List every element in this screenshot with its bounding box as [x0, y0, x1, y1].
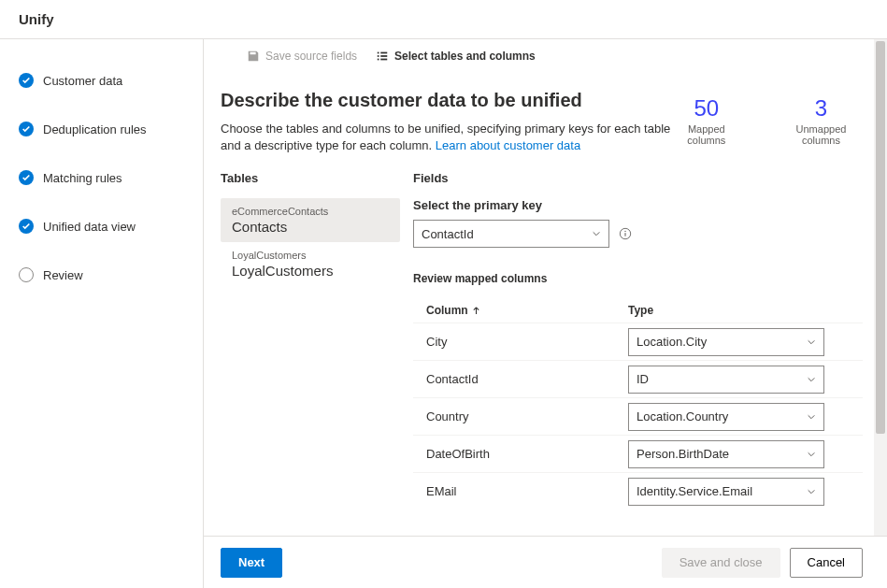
scroll-body: Describe the customer data to be unified…	[204, 73, 887, 536]
wizard-step[interactable]: Matching rules	[19, 170, 203, 185]
column-type-select[interactable]: Location.Country	[628, 403, 824, 431]
chevron-down-icon	[807, 337, 816, 347]
svg-rect-8	[624, 234, 625, 237]
next-button[interactable]: Next	[221, 548, 282, 578]
primary-key-select[interactable]: ContactId	[413, 220, 609, 248]
column-type-value: Location.Country	[637, 409, 728, 423]
column-type-value: Identity.Service.Email	[637, 484, 752, 498]
page-description: Choose the tables and columns to be unif…	[221, 121, 671, 154]
chevron-down-icon	[807, 487, 816, 496]
column-row: CityLocation.City	[413, 323, 863, 360]
svg-point-7	[624, 231, 625, 232]
column-name: ContactId	[426, 372, 628, 386]
tables-column: Tables eCommerceContactsContactsLoyalCus…	[221, 171, 400, 509]
cancel-button[interactable]: Cancel	[790, 548, 863, 578]
tables-fields-area: Tables eCommerceContactsContactsLoyalCus…	[221, 171, 863, 509]
check-circle-icon	[19, 219, 34, 234]
column-name: Country	[426, 409, 628, 423]
stat-mapped-label: Mapped columns	[671, 123, 742, 146]
tab-label: Save source fields	[265, 50, 357, 63]
svg-rect-4	[378, 59, 379, 61]
info-icon[interactable]	[619, 227, 632, 240]
wizard-step[interactable]: Review	[19, 267, 203, 282]
review-mapped-heading: Review mapped columns	[413, 272, 863, 285]
column-type-select[interactable]: Person.BirthDate	[628, 440, 824, 468]
vertical-scrollbar[interactable]	[874, 39, 887, 536]
column-type-select[interactable]: Location.City	[628, 328, 824, 356]
chevron-down-icon	[592, 229, 601, 238]
column-row: ContactIdID	[413, 360, 863, 397]
table-source: eCommerceContacts	[232, 206, 389, 217]
column-type-select[interactable]: Identity.Service.Email	[628, 478, 824, 506]
page-heading: Describe the customer data to be unified	[221, 90, 671, 111]
column-name: EMail	[426, 484, 628, 498]
check-circle-icon	[19, 122, 34, 136]
stat-mapped: 50 Mapped columns	[671, 95, 742, 146]
tab-select-tables-columns[interactable]: Select tables and columns	[376, 50, 536, 63]
stat-mapped-value: 50	[671, 95, 742, 122]
check-circle-icon	[19, 170, 34, 185]
footer-right: Save and close Cancel	[662, 548, 863, 578]
content-area: Save source fields Select tables and col…	[204, 39, 887, 588]
column-row: CountryLocation.Country	[413, 397, 863, 435]
column-row: EMailIdentity.Service.Email	[413, 472, 863, 509]
table-name: LoyalCustomers	[232, 263, 389, 279]
columns-table-header: Column Type	[413, 298, 863, 323]
column-name: DateOfBirth	[426, 447, 628, 461]
svg-rect-1	[380, 52, 387, 54]
main-layout: Customer dataDeduplication rulesMatching…	[0, 39, 887, 588]
save-icon	[247, 50, 260, 63]
table-name: Contacts	[232, 219, 389, 235]
app-header: Unify	[0, 0, 887, 39]
table-source: LoyalCustomers	[232, 250, 389, 261]
type-header[interactable]: Type	[628, 304, 653, 317]
wizard-footer: Next Save and close Cancel	[204, 536, 887, 588]
scrollbar-thumb[interactable]	[876, 41, 885, 434]
wizard-sidebar: Customer dataDeduplication rulesMatching…	[0, 39, 204, 588]
column-type-value: Person.BirthDate	[637, 447, 729, 461]
app-title: Unify	[19, 11, 54, 27]
step-label: Unified data view	[43, 220, 136, 234]
column-type-select[interactable]: ID	[628, 366, 824, 394]
primary-key-row: ContactId	[413, 220, 863, 248]
circle-icon	[19, 267, 34, 282]
step-label: Review	[43, 268, 83, 282]
stat-unmapped-label: Unmapped columns	[780, 123, 863, 146]
svg-rect-2	[378, 55, 379, 57]
svg-rect-0	[378, 52, 379, 54]
table-entry[interactable]: LoyalCustomersLoyalCustomers	[221, 242, 400, 286]
page-heading-block: Describe the customer data to be unified…	[221, 90, 671, 154]
save-and-close-button: Save and close	[662, 548, 780, 578]
primary-key-label: Select the primary key	[413, 198, 863, 212]
table-entry[interactable]: eCommerceContactsContacts	[221, 198, 400, 242]
step-label: Deduplication rules	[43, 122, 147, 136]
stat-unmapped: 3 Unmapped columns	[780, 95, 863, 146]
page-top: Describe the customer data to be unified…	[221, 90, 863, 154]
column-type-value: ID	[637, 372, 649, 386]
tab-save-source-fields[interactable]: Save source fields	[247, 50, 357, 63]
tab-label: Select tables and columns	[394, 50, 536, 63]
check-circle-icon	[19, 73, 34, 88]
chevron-down-icon	[807, 450, 816, 459]
wizard-step[interactable]: Unified data view	[19, 219, 203, 234]
chevron-down-icon	[807, 412, 816, 422]
svg-rect-3	[380, 55, 387, 57]
column-header-text: Column	[426, 304, 468, 317]
step-label: Customer data	[43, 74, 122, 88]
list-icon	[376, 50, 389, 63]
step-label: Matching rules	[43, 171, 122, 185]
fields-heading: Fields	[413, 171, 863, 185]
action-tabbar: Save source fields Select tables and col…	[204, 39, 887, 73]
wizard-step[interactable]: Deduplication rules	[19, 122, 203, 136]
learn-more-link[interactable]: Learn about customer data	[436, 138, 580, 152]
column-name-header[interactable]: Column	[426, 304, 628, 317]
column-stats: 50 Mapped columns 3 Unmapped columns	[671, 95, 863, 146]
tables-heading: Tables	[221, 171, 400, 185]
stat-unmapped-value: 3	[780, 95, 863, 122]
primary-key-value: ContactId	[422, 227, 474, 241]
column-name: City	[426, 335, 628, 349]
column-type-value: Location.City	[637, 335, 707, 349]
wizard-step[interactable]: Customer data	[19, 73, 203, 88]
column-row: DateOfBirthPerson.BirthDate	[413, 435, 863, 472]
fields-column: Fields Select the primary key ContactId …	[400, 171, 863, 509]
